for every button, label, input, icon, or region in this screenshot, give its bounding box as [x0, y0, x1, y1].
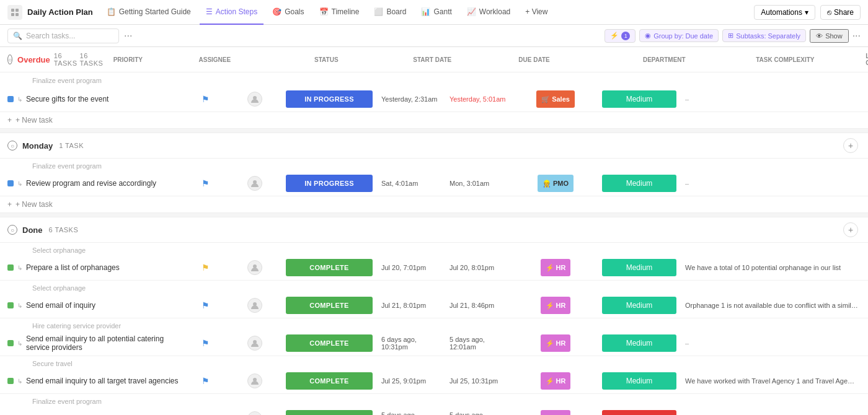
task-parent-row-done-4: Secure travel: [0, 356, 868, 369]
share-icon: ⎋: [827, 8, 831, 17]
toolbar: 🔍 Search tasks... ··· ⚡ 1 ◉ Group by: Du…: [0, 25, 868, 47]
search-box[interactable]: 🔍 Search tasks...: [7, 28, 119, 43]
add-task-plus-icon-2: +: [7, 200, 12, 209]
show-button[interactable]: 👁 Show: [810, 29, 849, 43]
priority-flag-blue-3: ⚑: [202, 300, 210, 310]
add-col-done[interactable]: +: [843, 222, 858, 237]
task-row-done-2[interactable]: ↳ Send email of inquiry ⚑ COMPLETE J: [0, 293, 868, 318]
app-container: Daily Action Plan 📋 Getting Started Guid…: [0, 0, 868, 415]
getting-started-icon: 📋: [107, 7, 116, 16]
assignee-avatar-4: [247, 298, 262, 313]
tab-goals[interactable]: 🎯 Goals: [266, 0, 310, 25]
add-task-monday[interactable]: + + New task: [0, 196, 868, 212]
task-color-dot-green: [7, 264, 14, 271]
filter-button[interactable]: ⚡ 1: [604, 29, 636, 43]
task-row-monday-1[interactable]: ↳ Review program and revise accordingly …: [0, 171, 868, 196]
subtask-icon: ↳: [17, 180, 22, 187]
complexity-badge-medium-4: Medium: [602, 297, 676, 314]
tab-add-view[interactable]: + View: [519, 0, 554, 25]
group-by-button[interactable]: ◉ Group by: Due date: [639, 29, 719, 42]
task-name: Review program and revise accordingly: [26, 179, 156, 188]
col-assignee: ASSIGNEE: [190, 56, 239, 63]
group-icon: ◉: [645, 32, 651, 40]
task-parent-row-done-5: Finalize event program: [0, 394, 868, 406]
status-badge-complete-2: COMPLETE: [286, 297, 373, 314]
subtask-icon: ↳: [17, 96, 22, 103]
task-parent-label: Secure travel: [20, 360, 73, 367]
task-row-done-3[interactable]: ↳ Send email inquiry to all potential ca…: [0, 331, 868, 356]
monday-count: 1 TASK: [59, 142, 84, 149]
col-start: START DATE: [413, 56, 481, 63]
goals-icon: 🎯: [272, 7, 281, 16]
complexity-badge-medium-5: Medium: [602, 334, 676, 352]
col-due: DUE DATE: [518, 56, 587, 63]
subtask-icon: ↳: [17, 302, 22, 309]
project-name: Daily Action Plan: [27, 7, 93, 17]
monday-title: Monday: [22, 141, 53, 151]
timeline-icon: 📅: [319, 7, 329, 16]
assignee-avatar-5: [247, 336, 262, 351]
svg-rect-3: [16, 13, 19, 16]
subtask-icon: ↳: [17, 264, 22, 271]
task-parent-label: Hire catering service provider: [20, 322, 121, 330]
add-task-overdue[interactable]: + + New task: [0, 112, 868, 128]
monday-toggle[interactable]: ○: [7, 141, 17, 151]
share-button[interactable]: ⎋ Share: [820, 5, 861, 20]
task-parent-row-monday-1: Finalize event program: [0, 159, 868, 171]
col-comment: LATEST COMMENT: [866, 53, 868, 66]
task-name: Prepare a list of orphanages: [26, 263, 120, 272]
complexity-badge-medium-3: Medium: [602, 259, 676, 276]
task-parent-label: Finalize event program: [20, 162, 102, 170]
tab-timeline[interactable]: 📅 Timeline: [313, 0, 366, 25]
nav-right: Automations ▾ ⎋ Share: [754, 5, 861, 20]
section-done: ○ Done 6 TASKS + Select orphanage ↳ Pr: [0, 217, 868, 415]
overdue-toggle[interactable]: ○: [7, 55, 12, 64]
done-title: Done: [22, 225, 43, 235]
task-row-done-5[interactable]: ↳ Create initial program draft ⚑ COMPLET…: [0, 406, 868, 415]
tab-action-steps[interactable]: ☰ Action Steps: [200, 0, 264, 25]
task-name: Send email inquiry to all potential cate…: [26, 334, 180, 352]
section-overdue: ○ Overdue 16 TASKS 16 TASKS PRIORITY ASS…: [0, 47, 868, 128]
task-color-dot-green-3: [7, 340, 14, 346]
dept-badge-hr-4: ⚡ HR: [541, 372, 571, 390]
task-row-overdue-1[interactable]: ↳ Secure gifts for the event ⚑ IN PROGRE…: [0, 87, 868, 111]
search-icon: 🔍: [13, 32, 22, 40]
search-placeholder: Search tasks...: [26, 32, 75, 40]
task-group-done-1: Select orphanage ↳ Prepare a list of orp…: [0, 243, 868, 281]
automations-button[interactable]: Automations ▾: [754, 5, 815, 20]
task-name: Secure gifts for the event: [26, 95, 108, 103]
complexity-badge-medium: Medium: [602, 90, 676, 108]
status-badge-complete-1: COMPLETE: [286, 259, 373, 276]
assignee-avatar-3: [247, 260, 262, 275]
priority-flag-blue-5: ⚑: [202, 376, 210, 386]
task-parent-label: Finalize event program: [20, 398, 102, 405]
done-count: 6 TASKS: [49, 226, 79, 234]
subtasks-button[interactable]: ⊞ Subtasks: Separately: [722, 29, 806, 42]
tab-getting-started[interactable]: 📋 Getting Started Guide: [100, 0, 197, 25]
task-parent-row-done-2: Select orphanage: [0, 281, 868, 293]
col-priority: PRIORITY: [103, 56, 153, 63]
task-group-overdue-1: Finalize event program ↳ Secure gifts fo…: [0, 72, 868, 112]
toolbar-extra-dots[interactable]: ···: [852, 30, 861, 42]
add-task-plus-icon: +: [7, 116, 12, 124]
task-row-done-4[interactable]: ↳ Send email inquiry to all target trave…: [0, 369, 868, 393]
top-nav: Daily Action Plan 📋 Getting Started Guid…: [0, 0, 868, 25]
add-col-monday[interactable]: +: [843, 138, 858, 153]
tab-workload[interactable]: 📈 Workload: [461, 0, 516, 25]
complexity-badge-medium-6: Medium: [602, 372, 676, 390]
tab-gantt[interactable]: 📊 Gantt: [415, 0, 458, 25]
task-row-done-1[interactable]: ↳ Prepare a list of orphanages ⚑ COMPLET…: [0, 255, 868, 280]
action-steps-icon: ☰: [206, 7, 213, 16]
overdue-title: Overdue: [17, 55, 50, 64]
section-overdue-header: ○ Overdue 16 TASKS 16 TASKS PRIORITY ASS…: [0, 47, 868, 72]
tab-board[interactable]: ⬜ Board: [368, 0, 412, 25]
done-toggle[interactable]: ○: [7, 225, 17, 235]
overdue-count-text: 16 TASKS: [80, 52, 104, 67]
task-group-done-2: Select orphanage ↳ Send email of inquiry…: [0, 281, 868, 318]
filter-count-badge: 1: [621, 32, 630, 40]
dept-badge-hr-2: ⚡ HR: [541, 297, 571, 314]
toolbar-more-icon[interactable]: ···: [124, 30, 132, 42]
task-color-dot-green-2: [7, 302, 14, 308]
filter-icon: ⚡: [610, 32, 619, 40]
col-complexity: TASK COMPLEXITY: [742, 56, 828, 63]
